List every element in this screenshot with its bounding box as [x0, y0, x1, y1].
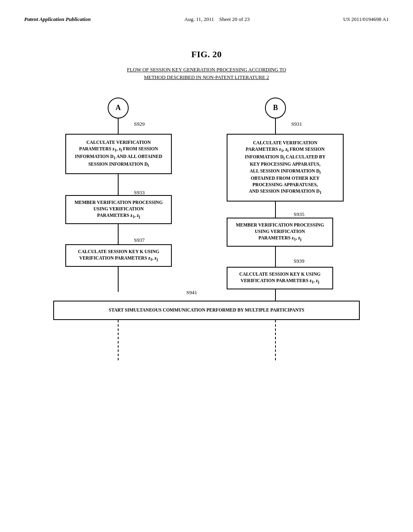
line-a-box3-to-s941 — [118, 267, 119, 292]
figure-title: FIG. 20 — [24, 49, 389, 60]
line-a-box1-to-box2 — [118, 174, 119, 195]
box-a-calculate-verification: CALCULATE VERIFICATIONPARAMETERS z1, zi … — [65, 134, 172, 174]
label-s939: S939 — [294, 258, 305, 264]
label-s935: S935 — [294, 211, 305, 218]
line-b-box3-to-s941 — [275, 289, 276, 301]
header-date: Aug. 11, 2011 — [184, 16, 214, 22]
label-s941: S941 — [186, 289, 197, 296]
header-publication: Patent Application Publication — [24, 16, 91, 23]
box-b-calculate-verification: CALCULATE VERIFICATIONPARAMETERS z1, zi … — [227, 134, 344, 202]
dashed-line-A-bottom — [118, 320, 119, 360]
line-A-to-box1 — [118, 118, 119, 134]
circle-B: B — [265, 98, 286, 118]
line-b-box1-to-box2 — [275, 202, 276, 218]
line-b-box2-to-box3 — [275, 247, 276, 267]
header-date-sheet: Aug. 11, 2011 Sheet 20 of 23 — [184, 16, 250, 23]
box-b-calculate-session-key: CALCULATE SESSION KEY K USINGVERIFICATIO… — [227, 267, 333, 289]
box-a-member-verification: MEMBER VERIFICATION PROCESSINGUSING VERI… — [65, 195, 172, 224]
circle-A: A — [108, 98, 129, 118]
label-s931: S931 — [291, 121, 302, 127]
box-a-calculate-session-key: CALCULATE SESSION KEY K USINGVERIFICATIO… — [65, 244, 172, 267]
label-s929: S929 — [134, 121, 145, 127]
flow-diagram: A B S929 S931 CALCULATE VERIFICATIONPARA… — [41, 98, 372, 412]
label-s937: S937 — [134, 237, 145, 243]
subtitle-line2: METHOD DESCRIBED IN NON-PATENT LITERATUR… — [144, 75, 269, 80]
header-sheet: Sheet 20 of 23 — [219, 16, 249, 22]
line-a-box2-to-box3 — [118, 224, 119, 244]
dashed-line-B-bottom — [275, 320, 276, 360]
subtitle-line1: FLOW OF SESSION KEY GENERATION PROCESSIN… — [127, 67, 286, 73]
page: Patent Application Publication Aug. 11, … — [0, 0, 413, 532]
box-s941-simultaneous: START SIMULTANEOUS COMMUNICATION PERFORM… — [53, 301, 360, 320]
line-B-to-box1 — [275, 118, 276, 134]
page-header: Patent Application Publication Aug. 11, … — [24, 16, 389, 25]
box-b-member-verification: MEMBER VERIFICATION PROCESSINGUSING VERI… — [227, 218, 333, 247]
figure-subtitle: FLOW OF SESSION KEY GENERATION PROCESSIN… — [24, 66, 389, 81]
header-patent-num: US 2011/0194698 A1 — [343, 16, 389, 23]
